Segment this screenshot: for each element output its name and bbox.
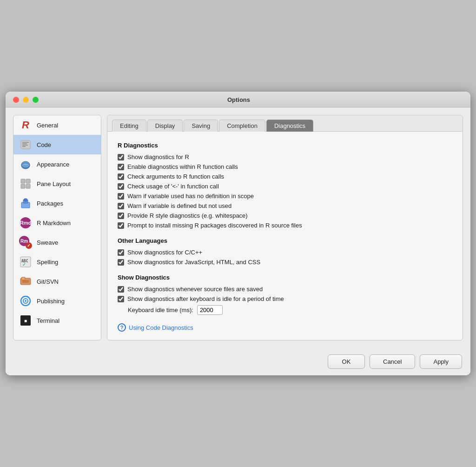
sweave-icon: Rm ✓ xyxy=(19,236,32,249)
idle-time-input[interactable] xyxy=(197,305,223,315)
sidebar-label-gitsvn: Git/SVN xyxy=(37,278,59,285)
checkbox-enable-func: Enable diagnostics within R function cal… xyxy=(118,163,452,170)
checkbox-show-cpp: Show diagnostics for C/C++ xyxy=(118,249,452,256)
tab-display[interactable]: Display xyxy=(147,120,183,132)
spelling-icon: ABC✓ xyxy=(19,255,32,268)
other-languages-title: Other Languages xyxy=(118,237,452,244)
svg-rect-0 xyxy=(21,140,30,149)
checkbox-warn-not-used: Warn if variable is defined but not used xyxy=(118,202,452,209)
cancel-button[interactable]: Cancel xyxy=(370,354,415,369)
window-title: Options xyxy=(14,96,463,103)
checkbox-check-args-input[interactable] xyxy=(118,173,124,180)
apply-button[interactable]: Apply xyxy=(420,354,462,369)
checkbox-r-style-input[interactable] xyxy=(118,213,124,219)
tab-completion[interactable]: Completion xyxy=(219,120,265,132)
other-languages-section: Other Languages Show diagnostics for C/C… xyxy=(118,237,452,266)
checkbox-show-cpp-label: Show diagnostics for C/C++ xyxy=(127,249,202,256)
tab-saving[interactable]: Saving xyxy=(184,120,218,132)
checkbox-prompt-install-input[interactable] xyxy=(118,222,124,229)
sidebar-item-spelling[interactable]: ABC✓ Spelling xyxy=(13,252,101,272)
sidebar-item-general[interactable]: R General xyxy=(13,115,101,135)
sidebar-item-code[interactable]: Code xyxy=(13,135,101,154)
sidebar-item-packages[interactable]: Packages xyxy=(13,193,101,213)
svg-text:✓: ✓ xyxy=(22,262,26,267)
checkbox-warn-no-def-input[interactable] xyxy=(118,193,124,200)
tab-editing[interactable]: Editing xyxy=(112,120,146,132)
checkbox-show-r-label: Show diagnostics for R xyxy=(127,153,189,160)
general-icon: R xyxy=(19,119,32,132)
sidebar-item-terminal[interactable]: ■ Terminal xyxy=(13,311,101,330)
checkbox-show-on-idle-label: Show diagnostics after keyboard is idle … xyxy=(127,295,284,302)
sidebar-label-terminal: Terminal xyxy=(37,317,60,324)
checkbox-check-args: Check arguments to R function calls xyxy=(118,173,452,180)
sidebar-label-general: General xyxy=(37,122,58,129)
help-link[interactable]: ? Using Code Diagnostics xyxy=(118,323,452,332)
checkbox-warn-no-def: Warn if variable used has no definition … xyxy=(118,193,452,200)
pane-layout-icon xyxy=(19,177,32,190)
checkbox-show-js-input[interactable] xyxy=(118,259,124,266)
checkbox-prompt-install: Prompt to install missing R packages dis… xyxy=(118,222,452,229)
ok-button[interactable]: OK xyxy=(328,354,365,369)
svg-rect-18 xyxy=(22,280,29,283)
sidebar-label-packages: Packages xyxy=(37,200,63,207)
checkbox-show-on-save-label: Show diagnostics whenever source files a… xyxy=(127,286,263,293)
checkbox-warn-not-used-input[interactable] xyxy=(118,203,124,209)
checkbox-show-on-idle-input[interactable] xyxy=(118,296,124,302)
checkbox-r-style-label: Provide R style diagnostics (e.g. whites… xyxy=(127,212,248,219)
gitsvn-icon xyxy=(19,275,32,288)
sidebar-item-publishing[interactable]: Publishing xyxy=(13,291,101,311)
checkbox-show-cpp-input[interactable] xyxy=(118,249,124,256)
checkbox-show-on-idle: Show diagnostics after keyboard is idle … xyxy=(118,295,452,302)
help-link-label: Using Code Diagnostics xyxy=(129,324,193,331)
sidebar-item-sweave[interactable]: Rm ✓ Sweave xyxy=(13,233,101,252)
window-body: R General Code Appearance Pane xyxy=(6,107,470,348)
svg-rect-10 xyxy=(26,184,30,188)
sidebar-item-gitsvn[interactable]: Git/SVN xyxy=(13,272,101,291)
checkbox-enable-func-label: Enable diagnostics within R function cal… xyxy=(127,163,238,170)
checkbox-show-on-save: Show diagnostics whenever source files a… xyxy=(118,286,452,293)
sidebar-item-pane-layout[interactable]: Pane Layout xyxy=(13,174,101,193)
checkbox-show-js-label: Show diagnostics for JavaScript, HTML, a… xyxy=(127,259,260,266)
rmarkdown-icon: Rmd xyxy=(19,216,32,229)
checkbox-show-js: Show diagnostics for JavaScript, HTML, a… xyxy=(118,259,452,266)
content-panel: Editing Display Saving Completion Diagno… xyxy=(107,115,463,340)
diagnostics-content: R Diagnostics Show diagnostics for R Ena… xyxy=(107,132,463,340)
checkbox-show-r: Show diagnostics for R xyxy=(118,153,452,160)
show-diagnostics-section: Show Diagnostics Show diagnostics whenev… xyxy=(118,274,452,315)
sidebar-label-rmarkdown: R Markdown xyxy=(37,220,71,227)
sidebar: R General Code Appearance Pane xyxy=(13,115,101,340)
tab-diagnostics[interactable]: Diagnostics xyxy=(266,120,313,132)
help-icon: ? xyxy=(118,323,126,332)
idle-time-row: Keyboard idle time (ms): xyxy=(128,305,452,315)
svg-rect-19 xyxy=(21,277,25,280)
sidebar-item-appearance[interactable]: Appearance xyxy=(13,154,101,174)
svg-rect-13 xyxy=(24,199,27,201)
checkbox-check-args-label: Check arguments to R function calls xyxy=(127,173,224,180)
checkbox-warn-no-def-label: Warn if variable used has no definition … xyxy=(127,193,254,200)
sidebar-item-rmarkdown[interactable]: Rmd R Markdown xyxy=(13,213,101,233)
checkbox-show-on-save-input[interactable] xyxy=(118,286,124,293)
sidebar-label-spelling: Spelling xyxy=(37,259,58,266)
packages-icon xyxy=(19,197,32,210)
checkbox-prompt-install-label: Prompt to install missing R packages dis… xyxy=(127,222,302,229)
checkbox-warn-not-used-label: Warn if variable is defined but not used xyxy=(127,202,231,209)
checkbox-check-assign: Check usage of '<-' in function call xyxy=(118,183,452,190)
svg-rect-7 xyxy=(21,179,25,183)
checkbox-check-assign-input[interactable] xyxy=(118,183,124,190)
code-icon xyxy=(19,138,32,151)
svg-point-22 xyxy=(25,300,26,302)
idle-time-label: Keyboard idle time (ms): xyxy=(128,307,193,314)
titlebar: Options xyxy=(6,92,470,107)
footer: OK Cancel Apply xyxy=(6,348,470,375)
options-window: Options R General Code Appearance xyxy=(6,92,470,375)
sidebar-label-code: Code xyxy=(37,141,51,148)
sidebar-label-appearance: Appearance xyxy=(37,161,69,168)
r-diagnostics-title: R Diagnostics xyxy=(118,142,452,149)
appearance-icon xyxy=(19,158,32,171)
sidebar-label-publishing: Publishing xyxy=(37,298,65,305)
checkbox-show-r-input[interactable] xyxy=(118,154,124,160)
sidebar-label-pane-layout: Pane Layout xyxy=(37,180,71,187)
svg-rect-8 xyxy=(26,179,30,183)
checkbox-enable-func-input[interactable] xyxy=(118,164,124,170)
sidebar-label-sweave: Sweave xyxy=(37,239,58,246)
